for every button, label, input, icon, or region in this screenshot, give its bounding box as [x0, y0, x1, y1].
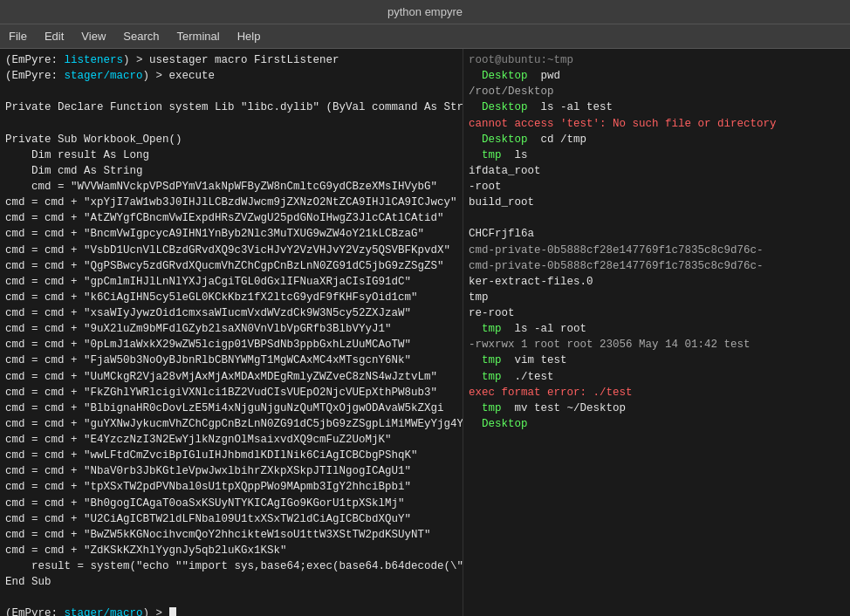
menu-help[interactable]: Help: [229, 26, 270, 46]
title-bar: python empyre: [0, 0, 850, 24]
window-title: python empyre: [387, 5, 463, 18]
main-area: (EmPyre: listeners) > usestager macro Fi…: [0, 49, 850, 616]
right-terminal-pane[interactable]: root@ubuntu:~tmp Desktop pwd /root/Deskt…: [463, 49, 850, 616]
menu-search[interactable]: Search: [114, 26, 168, 46]
menu-bar: File Edit View Search Terminal Help: [0, 24, 850, 49]
menu-file[interactable]: File: [0, 26, 36, 46]
left-terminal-pane[interactable]: (EmPyre: listeners) > usestager macro Fi…: [0, 49, 463, 616]
menu-terminal[interactable]: Terminal: [168, 26, 229, 46]
menu-edit[interactable]: Edit: [36, 26, 72, 46]
menu-view[interactable]: View: [72, 26, 114, 46]
